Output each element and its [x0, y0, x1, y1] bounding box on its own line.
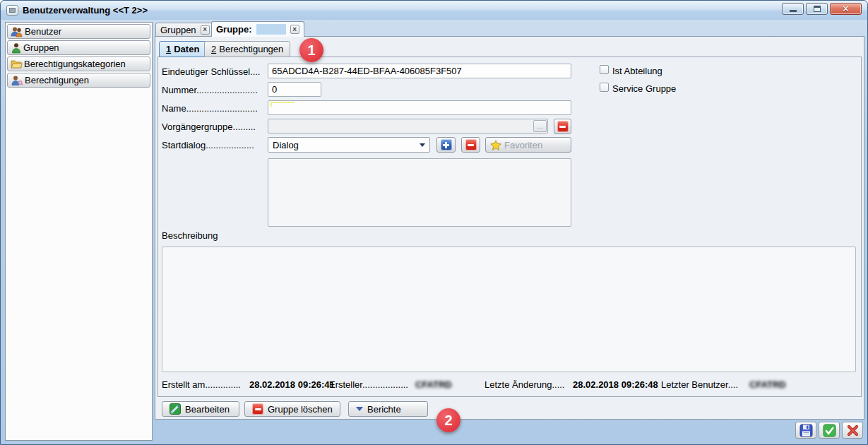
sidebar-item-berechtigungskategorien[interactable]: Berechtigungskategorien [7, 57, 150, 71]
close-icon: ✕ [842, 4, 850, 13]
sidebar: Benutzer Gruppen Berechtigungskategorien [5, 22, 153, 441]
sidebar-item-benutzer[interactable]: Benutzer [7, 24, 150, 39]
chevron-down-icon [356, 407, 363, 411]
plus-icon [441, 139, 452, 150]
minus-icon [465, 139, 477, 150]
startdialog-add-button[interactable] [436, 137, 456, 153]
confirm-button[interactable] [819, 422, 840, 439]
tab-gruppe[interactable]: Gruppe: × [211, 21, 304, 37]
cancel-button[interactable] [842, 422, 863, 439]
berichte-label: Berichte [367, 404, 401, 415]
x-icon [846, 424, 860, 437]
bearbeiten-button[interactable]: Bearbeiten [162, 401, 239, 417]
minimize-button[interactable] [782, 3, 804, 15]
tab-close-icon[interactable]: × [201, 25, 210, 35]
field-label-vorgaengergruppe: Vorgängergruppe......... [162, 121, 256, 132]
save-button[interactable] [795, 422, 816, 439]
close-button[interactable]: ✕ [830, 3, 862, 15]
title-bar[interactable]: Benutzerverwaltung <<T 2>> ✕ [1, 1, 867, 20]
vorgaengergruppe-input[interactable] [268, 119, 548, 134]
letzter-benutzer-value: CFATRD [749, 379, 786, 390]
sidebar-item-label: Benutzer [25, 26, 61, 37]
chevron-down-icon [420, 143, 425, 147]
ist-abteilung-checkbox[interactable] [600, 65, 609, 74]
sidebar-item-gruppen[interactable]: Gruppen [7, 40, 150, 55]
ist-abteilung-label: Ist Abteilung [612, 66, 662, 76]
field-label-eindeutiger-schluessel: Eindeutiger Schlüssel.... [162, 66, 260, 77]
name-input[interactable] [268, 100, 571, 115]
gruppe-loeschen-label: Gruppe löschen [268, 404, 333, 415]
edit-icon [170, 403, 181, 415]
service-gruppe-checkbox[interactable] [600, 83, 609, 92]
folder-icon [11, 59, 23, 69]
step-badge-1: 1 [299, 38, 323, 62]
tab-close-icon[interactable]: × [290, 25, 299, 34]
startdialog-listbox[interactable] [268, 158, 571, 227]
gruppe-loeschen-button[interactable]: Gruppe löschen [244, 401, 340, 417]
nummer-input[interactable] [268, 82, 321, 97]
subtab-mnemonic: 1 [166, 44, 171, 54]
service-gruppe-label: Service Gruppe [612, 83, 676, 94]
window-title: Benutzerverwaltung <<T 2>> [23, 5, 148, 16]
favoriten-button[interactable]: Favoriten [485, 137, 571, 153]
sidebar-item-label: Berechtigungskategorien [24, 59, 126, 69]
tab-label: Gruppe: [216, 24, 252, 35]
star-icon [490, 140, 501, 150]
field-label-nummer: Nummer........................ [162, 85, 258, 95]
step-badge-2: 2 [436, 408, 460, 432]
subtab-berechtigungen[interactable]: 2 Berechtigungen [204, 41, 290, 57]
user-icon [11, 42, 22, 54]
bearbeiten-label: Bearbeiten [185, 404, 230, 415]
maximize-button[interactable] [806, 3, 828, 15]
sidebar-item-label: Berechtigungen [25, 75, 89, 85]
startdialog-selected-value: Dialog [273, 140, 299, 150]
beschreibung-label: Beschreibung [162, 230, 218, 241]
favoriten-label: Favoriten [504, 140, 542, 150]
sidebar-item-berechtigungen[interactable]: Berechtigungen [7, 73, 150, 88]
ersteller-label: Ersteller.................. [329, 379, 408, 390]
user-key-icon [11, 75, 23, 86]
field-label-name: Name............................ [162, 103, 258, 114]
sidebar-item-label: Gruppen [23, 42, 59, 53]
erstellt-am-label: Erstellt am.............. [162, 379, 241, 390]
app-icon [6, 5, 18, 16]
tab-title-selection [256, 24, 286, 35]
subtab-label: Berechtigungen [219, 44, 283, 54]
letzte-aenderung-value: 28.02.2018 09:26:48 [573, 379, 658, 390]
ersteller-value: CFATRD [415, 379, 452, 390]
minimize-icon [790, 10, 797, 12]
maximize-icon [814, 6, 821, 12]
field-label-startdialog: Startdialog................... [162, 140, 254, 150]
subtab-mnemonic: 2 [211, 44, 216, 54]
subtab-label: Daten [174, 44, 199, 54]
beschreibung-textarea[interactable] [162, 247, 856, 372]
startdialog-select[interactable]: Dialog [268, 137, 430, 153]
vorgaengergruppe-remove-button[interactable] [554, 119, 571, 134]
users-icon [11, 26, 23, 37]
tab-label: Gruppen [160, 25, 196, 35]
subtab-daten[interactable]: 1 Daten [159, 41, 206, 57]
name-required-marker [270, 102, 295, 107]
save-icon [799, 424, 813, 437]
berichte-button[interactable]: Berichte [348, 401, 428, 417]
erstellt-am-value: 28.02.2018 09:26:41 [249, 379, 335, 390]
tab-gruppen[interactable]: Gruppen × [155, 23, 215, 36]
letzter-benutzer-label: Letzter Benutzer.... [661, 379, 738, 390]
letzte-aenderung-label: Letzte Änderung..... [484, 379, 564, 390]
check-icon [823, 424, 836, 437]
window: Benutzerverwaltung <<T 2>> ✕ Benutzer Gr… [0, 0, 868, 445]
startdialog-remove-button[interactable] [461, 137, 480, 153]
vorgaengergruppe-browse-button[interactable]: ... [533, 120, 547, 132]
eindeutiger-schluessel-input[interactable] [268, 64, 571, 78]
minus-icon [557, 121, 569, 132]
minus-icon [252, 403, 263, 415]
